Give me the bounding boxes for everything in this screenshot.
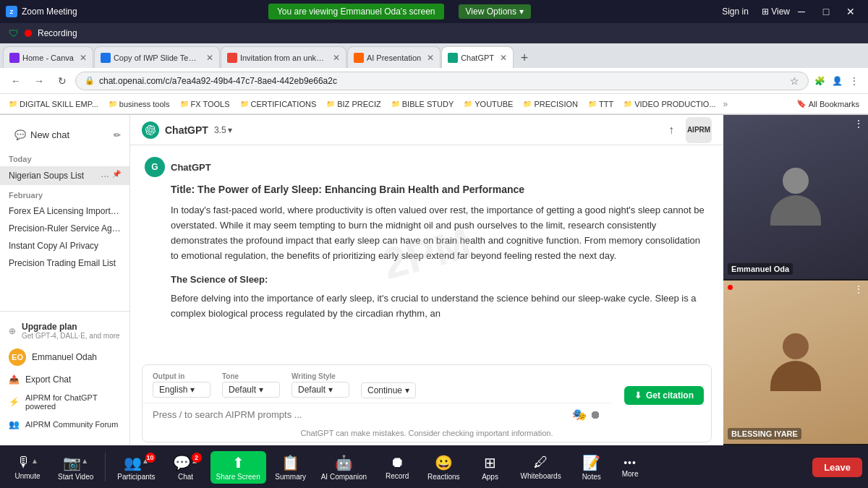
title-bar-controls: ─ □ ✕ xyxy=(790,4,862,19)
record-icon[interactable]: ⏺ xyxy=(590,408,601,421)
bookmarks-more[interactable]: » xyxy=(723,99,728,109)
view-button[interactable]: ⊞ View xyxy=(762,7,790,17)
video-more-icon-2[interactable]: ⋮ xyxy=(854,283,864,295)
message-sender: ChatGPT xyxy=(171,162,211,173)
back-button[interactable]: ← xyxy=(6,71,26,91)
tab-close-canva[interactable]: ✕ xyxy=(80,53,87,63)
tab-ai[interactable]: AI Presentation ✕ xyxy=(347,46,441,68)
style-select[interactable]: Default ▾ xyxy=(292,382,349,398)
star-icon[interactable]: ☆ xyxy=(790,75,799,87)
bookmark-fx-tools[interactable]: 📁 FX TOOLS xyxy=(177,98,233,110)
output-select-group: Output in English ▾ xyxy=(153,372,210,398)
tab-close-chatgpt[interactable]: ✕ xyxy=(500,53,507,63)
edit-icon[interactable]: ✏ xyxy=(114,130,121,140)
user-profile-button[interactable]: EO Emmanuel Odah xyxy=(0,344,129,370)
tab-gmail[interactable]: Invitation from an unknown ✕ xyxy=(221,46,346,68)
apps-icon: ⊞ xyxy=(484,454,496,471)
bookmark-bible-study[interactable]: 📁 BIBLE STUDY xyxy=(388,98,457,110)
model-selector[interactable]: 3.5 ▾ xyxy=(214,125,232,135)
forward-button[interactable]: → xyxy=(29,71,49,91)
companion-button[interactable]: 🤖 AI Companion xyxy=(315,451,373,484)
export-chat-button[interactable]: 📤 Export Chat xyxy=(0,370,129,389)
tab-canva[interactable]: Home - Canva ✕ xyxy=(3,46,93,68)
sidebar-item-nigerian-soups[interactable]: Nigerian Soups List ··· 📌 xyxy=(0,166,129,185)
bookmarks-bar: 📁 DIGITAL SKILL EMP... 📁 business tools … xyxy=(0,94,868,114)
style-select-group: Writing Style Default ▾ xyxy=(292,372,349,398)
aiprm-icons: 🎭 ⏺ xyxy=(572,408,601,421)
share-icon[interactable]: ↑ xyxy=(668,124,674,136)
continue-button[interactable]: Continue ▾ xyxy=(361,382,416,398)
tab-label-canva: Home - Canva xyxy=(22,53,74,62)
title-bar: Z Zoom Meeting You are viewing Emmanuel … xyxy=(0,0,868,23)
bookmark-youtube[interactable]: 📁 YOUTUBE xyxy=(461,98,516,110)
ellipsis-icon[interactable]: ··· xyxy=(101,170,109,181)
notes-button[interactable]: 📝 Notes xyxy=(570,451,613,484)
menu-button[interactable]: ⋮ xyxy=(846,73,862,89)
aiprm-icon: ⚡ xyxy=(9,397,20,407)
sidebar-item-trading-email[interactable]: Precision Trading Email List xyxy=(0,254,129,272)
bookmark-certifications[interactable]: 📁 CERTIFICATIONS xyxy=(237,98,320,110)
tab-close-ai[interactable]: ✕ xyxy=(427,53,434,63)
tab-chatgpt[interactable]: ChatGPT ✕ xyxy=(441,46,514,68)
user-avatar: EO xyxy=(9,348,26,366)
tab-close-iwp[interactable]: ✕ xyxy=(206,53,213,63)
whiteboards-button[interactable]: 🖊 Whiteboards xyxy=(515,451,567,483)
ellipsis-icon: ••• xyxy=(624,457,637,468)
style-label: Writing Style xyxy=(292,372,349,380)
unmute-button[interactable]: 🎙 ▲ Unmute xyxy=(6,451,49,483)
all-bookmarks[interactable]: 🔖 All Bookmarks xyxy=(793,98,862,110)
get-citation-button[interactable]: ⬇ Get citation xyxy=(624,386,704,405)
profile-button[interactable]: 👤 xyxy=(829,73,845,89)
start-video-button[interactable]: 📷 ▲ Start Video xyxy=(52,451,99,484)
chevron-down-icon: ▾ xyxy=(228,125,232,135)
tone-select[interactable]: Default ▾ xyxy=(222,382,280,398)
record-button[interactable]: ⏺ Record xyxy=(375,451,419,483)
aiprm-button[interactable]: AIPRM xyxy=(686,117,712,143)
upgrade-plan-button[interactable]: ⊕ Upgrade plan Get GPT-4, DALL·E, and mo… xyxy=(0,317,129,344)
close-button[interactable]: ✕ xyxy=(839,4,862,19)
maximize-button[interactable]: □ xyxy=(814,4,838,19)
aiprm-powered-item[interactable]: ⚡ AIPRM for ChatGPT powered xyxy=(0,389,129,415)
bookmark-business-tools[interactable]: 📁 business tools xyxy=(106,98,173,110)
participants-button[interactable]: 👥 ▲ Participants 10 xyxy=(111,451,161,484)
new-chat-button[interactable]: 💬 New chat xyxy=(9,125,108,145)
address-bar[interactable]: 🔒 chat.openai.com/c/a7ea4a92-49b4-47c7-8… xyxy=(75,72,809,90)
sidebar-item-forex[interactable]: Forex EA Licensing Importance xyxy=(0,202,129,220)
emoji-icon[interactable]: 🎭 xyxy=(572,408,587,421)
sign-in-button[interactable]: Sign in xyxy=(722,7,749,17)
reload-button[interactable]: ↻ xyxy=(52,71,72,91)
extensions-button[interactable]: 🧩 xyxy=(812,73,827,89)
output-select[interactable]: English ▾ xyxy=(153,382,210,398)
chat-message: G ChatGPT Title: The Power of Early Slee… xyxy=(145,157,709,322)
nav-actions: 🧩 👤 ⋮ xyxy=(812,73,862,89)
aiprm-search-input[interactable] xyxy=(153,409,566,420)
tab-close-gmail[interactable]: ✕ xyxy=(333,53,340,63)
bookmark-video-production[interactable]: 📁 VIDEO PRODUCTIO... xyxy=(621,98,718,110)
new-tab-button[interactable]: + xyxy=(514,48,535,68)
share-screen-button[interactable]: ⬆ Share Screen xyxy=(210,451,266,484)
leave-button[interactable]: Leave xyxy=(812,458,862,477)
view-options-button[interactable]: View Options ▾ xyxy=(459,4,531,19)
apps-button[interactable]: ⊞ Apps xyxy=(469,451,512,484)
message-body: Title: The Power of Early Sleep: Enhanci… xyxy=(145,181,709,322)
chat-button[interactable]: 💬 ▲ Chat 2 xyxy=(164,451,208,484)
ai-favicon xyxy=(354,53,364,63)
bookmark-biz-preciz[interactable]: 📁 BIZ PRECIZ xyxy=(323,98,384,110)
pin-icon: 📌 xyxy=(112,170,121,181)
chat-icon: 💬 xyxy=(14,129,26,140)
bookmark-ttt[interactable]: 📁 TTT xyxy=(585,98,616,110)
bookmark-digital-skill[interactable]: 📁 DIGITAL SKILL EMP... xyxy=(6,98,101,110)
minimize-button[interactable]: ─ xyxy=(790,4,813,19)
video-more-icon-1[interactable]: ⋮ xyxy=(854,118,864,129)
sidebar-item-instant-copy[interactable]: Instant Copy AI Privacy xyxy=(0,237,129,254)
nav-bar: ← → ↻ 🔒 chat.openai.com/c/a7ea4a92-49b4-… xyxy=(0,68,868,94)
folder-icon: 📁 xyxy=(391,100,400,108)
bookmark-precision[interactable]: 📁 PRECISION xyxy=(520,98,581,110)
folder-icon: 📁 xyxy=(464,100,472,108)
sidebar-item-precision[interactable]: Precision-Ruler Service Agreeme... xyxy=(0,220,129,237)
more-button[interactable]: ••• More xyxy=(616,454,644,481)
community-forum-item[interactable]: 👥 AIPRM Community Forum xyxy=(0,415,129,434)
tab-iwp[interactable]: Copy of IWP Slide Template ✕ xyxy=(94,46,220,68)
reactions-button[interactable]: 😀 Reactions xyxy=(422,451,465,484)
summary-button[interactable]: 📋 Summary xyxy=(269,451,312,484)
